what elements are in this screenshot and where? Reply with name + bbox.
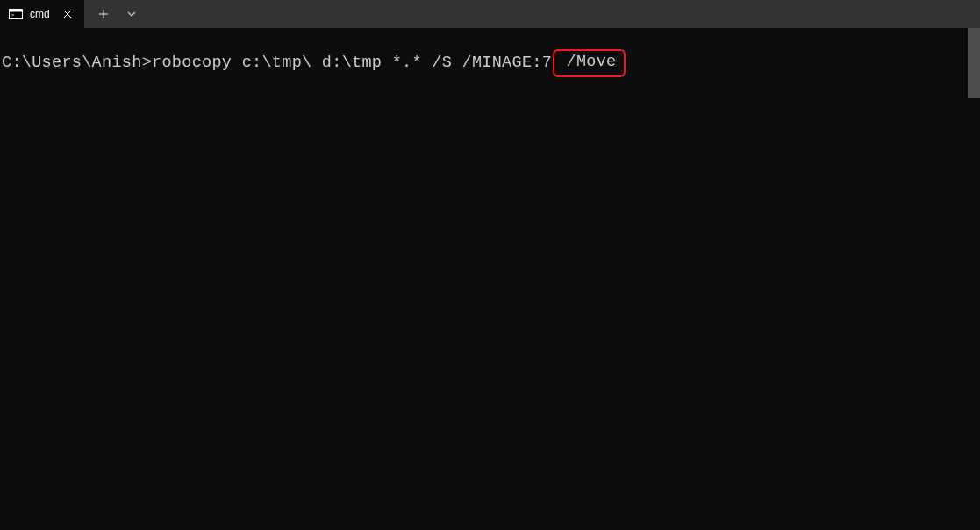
close-tab-button[interactable] xyxy=(61,7,75,21)
highlighted-command: /Move xyxy=(556,53,616,71)
command-text: robocopy c:\tmp\ d:\tmp *.* /S /MINAGE:7 xyxy=(152,52,552,75)
tab-cmd[interactable]: >_ cmd xyxy=(0,0,84,28)
svg-text:>_: >_ xyxy=(11,11,18,18)
dropdown-button[interactable] xyxy=(118,0,146,28)
tab-label: cmd xyxy=(30,8,50,20)
title-bar-actions xyxy=(84,0,151,28)
terminal-line: C:\Users\Anish>robocopy c:\tmp\ d:\tmp *… xyxy=(2,49,978,77)
scrollbar[interactable] xyxy=(968,28,980,98)
highlight-box: /Move xyxy=(553,49,625,77)
terminal-area[interactable]: C:\Users\Anish>robocopy c:\tmp\ d:\tmp *… xyxy=(0,28,980,530)
prompt: C:\Users\Anish> xyxy=(2,52,152,75)
title-bar: >_ cmd xyxy=(0,0,980,28)
new-tab-button[interactable] xyxy=(89,0,118,28)
terminal-icon: >_ xyxy=(9,7,23,21)
